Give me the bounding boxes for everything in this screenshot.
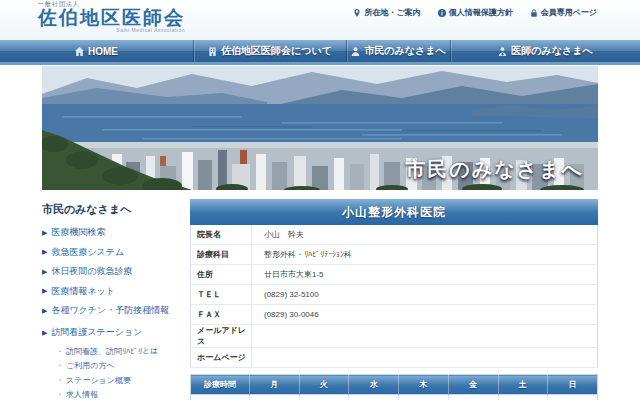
nav-item-citizens[interactable]: 市民のみなさまへ <box>346 40 450 62</box>
link-privacy-policy-label: 個人情報保護方針 <box>449 7 513 18</box>
clinic-info-table: 院長名 小山 幹夫 診療科目 整形外科・ﾘﾊﾋﾞﾘﾃｰｼｮﾝ科 住所 廿日市市大… <box>190 225 598 368</box>
arrow-icon: ▶ <box>42 268 47 276</box>
nav-item-citizens-label: 市民のみなさまへ <box>364 44 445 58</box>
schedule-mark-cell: ○ <box>250 395 300 400</box>
table-row: 住所 廿日市市大東1-5 <box>191 265 598 285</box>
link-members-page-label: 会員専用ページ <box>541 7 597 18</box>
main-nav: HOME 佐伯地区医師会について 市民のみなさまへ 医師のみなさまへ <box>0 40 640 65</box>
arrow-icon: ▶ <box>42 248 47 256</box>
clinic-name-header: 小山整形外科医院 <box>190 199 598 225</box>
sidebar-item-label: 救急医療システム <box>51 246 124 259</box>
table-row: ＴＥＬ (0829) 32-5100 <box>191 285 598 305</box>
clinic-schedule-table: 診療時間 月 火 水 木 金 土 日 9:00～12:30 ○ ○ ○ △ <box>190 374 598 400</box>
sidebar-item-medical-info-net[interactable]: ▶ 医療情報ネット <box>42 285 190 298</box>
sidebar-item-emergency-system[interactable]: ▶ 救急医療システム <box>42 246 190 259</box>
sidebar-item-label: 医療情報ネット <box>51 285 115 298</box>
nav-item-home[interactable]: HOME <box>0 40 193 62</box>
sidebar-subitem-station-overview[interactable]: ・ステーション概要 <box>56 375 190 386</box>
info-icon <box>438 9 446 17</box>
sidebar-subitem-for-users[interactable]: ・ご利用の方へ <box>56 360 190 371</box>
sidebar-item-holiday-night-care[interactable]: ▶ 休日夜間の救急診療 <box>42 265 190 278</box>
bullet-icon: ・ <box>56 376 64 385</box>
schedule-mark-cell: △ <box>498 395 548 400</box>
link-access[interactable]: 所在地・ご案内 <box>353 7 420 18</box>
sidebar-title: 市民のみなさまへ <box>42 202 190 217</box>
bullet-icon: ・ <box>56 361 64 370</box>
sidebar-subitem-about-visiting-nurse[interactable]: ・訪問看護、訪問ﾘﾊﾋﾞﾘとは <box>56 346 190 357</box>
arrow-icon: ▶ <box>42 329 47 337</box>
schedule-header-cell: 月 <box>250 375 300 395</box>
clinic-detail-panel: 小山整形外科医院 院長名 小山 幹夫 診療科目 整形外科・ﾘﾊﾋﾞﾘﾃｰｼｮﾝ科… <box>190 199 598 400</box>
nav-item-doctors[interactable]: 医師のみなさまへ <box>450 40 640 62</box>
field-value <box>252 325 598 348</box>
link-members-page[interactable]: 会員専用ページ <box>530 7 597 18</box>
schedule-mark-cell: ／ <box>548 395 598 400</box>
field-label: メールアドレス <box>191 325 252 348</box>
schedule-header-cell: 金 <box>448 375 498 395</box>
schedule-header-cell: 土 <box>498 375 548 395</box>
table-row: ＦＡＸ (0829) 30-0046 <box>191 305 598 325</box>
link-privacy-policy[interactable]: 個人情報保護方針 <box>438 7 513 18</box>
schedule-time-cell: 9:00～12:30 <box>191 395 250 400</box>
schedule-header-cell: 火 <box>299 375 349 395</box>
schedule-header-cell: 水 <box>349 375 399 395</box>
sidebar-subitem-label: ご利用の方へ <box>66 361 115 370</box>
sidebar-item-label: 各種ワクチン・予防接種情報 <box>51 304 169 317</box>
sidebar-item-label: 休日夜間の救急診療 <box>51 265 132 278</box>
nav-item-about[interactable]: 佐伯地区医師会について <box>193 40 346 62</box>
schedule-mark-cell: ○ <box>448 395 498 400</box>
sidebar-subitem-label: 訪問看護、訪問ﾘﾊﾋﾞﾘとは <box>66 347 158 356</box>
field-value <box>252 348 598 368</box>
schedule-mark-cell: △ <box>399 395 449 400</box>
sidebar-item-visiting-nurse-station[interactable]: ▶ 訪問看護ステーション <box>42 326 190 339</box>
schedule-header-row: 診療時間 月 火 水 木 金 土 日 <box>191 375 598 395</box>
location-pin-icon <box>353 9 361 17</box>
field-value: 廿日市市大東1-5 <box>252 265 598 285</box>
utility-links: 所在地・ご案内 個人情報保護方針 会員専用ページ <box>353 7 597 18</box>
arrow-icon: ▶ <box>42 307 47 315</box>
hero-image: 市民のみなさまへ <box>42 66 598 190</box>
field-label: ホームページ <box>191 348 252 368</box>
field-value: 小山 幹夫 <box>252 225 598 245</box>
lock-icon <box>530 9 538 17</box>
table-row: 診療科目 整形外科・ﾘﾊﾋﾞﾘﾃｰｼｮﾝ科 <box>191 245 598 265</box>
bullet-icon: ・ <box>56 390 64 399</box>
schedule-mark-cell: ○ <box>299 395 349 400</box>
doctor-icon <box>498 47 507 56</box>
hero-caption: 市民のみなさまへ <box>405 156 584 183</box>
field-value: 整形外科・ﾘﾊﾋﾞﾘﾃｰｼｮﾝ科 <box>252 245 598 265</box>
arrow-icon: ▶ <box>42 229 47 237</box>
link-access-label: 所在地・ご案内 <box>364 7 420 18</box>
sidebar-item-label: 医療機関検索 <box>51 226 105 239</box>
field-value: (0829) 32-5100 <box>252 285 598 305</box>
field-label: 院長名 <box>191 225 252 245</box>
sidebar-subitem-label: 求人情報 <box>66 390 98 399</box>
field-label: ＴＥＬ <box>191 285 252 305</box>
site-logo[interactable]: 一般社団法人 佐伯地区医師会 Saiki Medical Association <box>38 1 185 33</box>
field-label: ＦＡＸ <box>191 305 252 325</box>
building-icon <box>208 47 217 56</box>
site-title-english: Saiki Medical Association <box>38 28 185 33</box>
schedule-header-cell: 日 <box>548 375 598 395</box>
sidebar-subgroup: ・訪問看護、訪問ﾘﾊﾋﾞﾘとは ・ご利用の方へ ・ステーション概要 ・求人情報 <box>56 346 190 400</box>
table-row: メールアドレス <box>191 325 598 348</box>
site-header: 一般社団法人 佐伯地区医師会 Saiki Medical Association… <box>0 0 640 40</box>
sidebar-item-label: 訪問看護ステーション <box>51 326 142 339</box>
table-row: 院長名 小山 幹夫 <box>191 225 598 245</box>
arrow-icon: ▶ <box>42 287 47 295</box>
sidebar-item-medical-search[interactable]: ▶ 医療機関検索 <box>42 226 190 239</box>
sidebar-item-vaccines[interactable]: ▶ 各種ワクチン・予防接種情報 <box>42 304 190 317</box>
home-icon <box>75 47 84 56</box>
field-value: (0829) 30-0046 <box>252 305 598 325</box>
nav-item-doctors-label: 医師のみなさまへ <box>511 44 592 58</box>
table-row: ホームページ <box>191 348 598 368</box>
content-area: 市民のみなさまへ ▶ 医療機関検索 ▶ 救急医療システム ▶ 休日夜間の救急診療… <box>42 199 598 400</box>
schedule-mark-cell: ○ <box>349 395 399 400</box>
sidebar-subitem-station-jobs[interactable]: ・求人情報 <box>56 389 190 400</box>
schedule-header-cell: 木 <box>399 375 449 395</box>
person-icon <box>351 47 360 56</box>
bullet-icon: ・ <box>56 347 64 356</box>
field-label: 住所 <box>191 265 252 285</box>
sidebar: 市民のみなさまへ ▶ 医療機関検索 ▶ 救急医療システム ▶ 休日夜間の救急診療… <box>42 199 190 400</box>
nav-item-about-label: 佐伯地区医師会について <box>221 44 332 58</box>
